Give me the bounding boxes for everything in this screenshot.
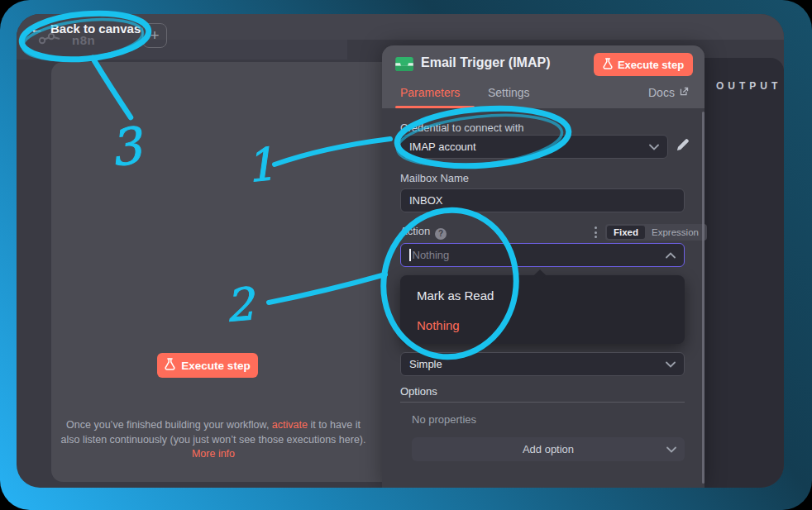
edit-credential-pencil-icon[interactable] — [676, 138, 690, 152]
active-tab-underline — [395, 106, 475, 108]
output-panel: OUTPUT — [705, 58, 784, 488]
text-cursor — [409, 249, 411, 261]
dropdown-option-nothing[interactable]: Nothing — [417, 318, 460, 332]
tab-settings[interactable]: Settings — [488, 86, 530, 99]
email-imap-node-icon — [395, 57, 413, 71]
add-option-label: Add option — [523, 443, 574, 455]
options-section-label: Options — [400, 385, 437, 398]
canvas-execute-step-label: Execute step — [181, 360, 250, 372]
action-label: Action? — [400, 225, 447, 240]
flask-icon — [165, 358, 175, 373]
node-settings-panel: Email Trigger (IMAP) Execute step Parame… — [382, 45, 705, 488]
chevron-down-icon — [666, 358, 676, 370]
help-icon[interactable]: ? — [435, 228, 447, 240]
action-dropdown-popup: Mark as Read Nothing — [400, 275, 685, 344]
app-window: n8n ← Back to canvas + Execute step Once… — [17, 14, 784, 488]
tab-parameters[interactable]: Parameters — [400, 86, 460, 99]
node-panel-header: Email Trigger (IMAP) Execute step Parame… — [382, 45, 705, 108]
execute-step-label: Execute step — [618, 59, 684, 71]
credential-value: IMAP account — [409, 141, 476, 153]
docs-link[interactable]: Docs — [648, 86, 690, 99]
fixed-expression-toggle: Fixed Expression — [605, 224, 707, 241]
node-title: Email Trigger (IMAP) — [421, 55, 550, 70]
output-panel-title: OUTPUT — [716, 80, 781, 92]
activation-hint: Once you’ve finished building your workf… — [55, 418, 371, 462]
chevron-up-icon — [666, 249, 676, 261]
action-row-controls: Fixed Expression — [593, 224, 707, 241]
mailbox-input[interactable]: INBOX — [400, 188, 685, 212]
format-value: Simple — [409, 358, 442, 370]
screenshot-root: n8n ← Back to canvas + Execute step Once… — [0, 0, 812, 510]
options-divider — [400, 402, 685, 403]
back-to-canvas-label: Back to canvas — [50, 21, 141, 36]
plus-icon: + — [150, 26, 159, 45]
mode-expression-button[interactable]: Expression — [645, 226, 705, 239]
kebab-menu-icon[interactable] — [593, 225, 599, 240]
credential-select[interactable]: IMAP account — [400, 135, 668, 159]
hint-text-3: also listen continuously (you just won’t… — [61, 434, 366, 446]
no-properties-text: No properties — [412, 413, 476, 426]
canvas-execute-step-button[interactable]: Execute step — [157, 353, 258, 378]
action-placeholder: Nothing — [413, 249, 450, 261]
credential-label: Credential to connect with — [400, 122, 524, 134]
back-arrow-icon: ← — [30, 21, 44, 36]
activate-link[interactable]: activate — [272, 419, 308, 431]
dropdown-option-mark-as-read[interactable]: Mark as Read — [417, 288, 494, 303]
chevron-down-icon — [649, 141, 659, 153]
flask-icon — [603, 58, 613, 72]
chevron-down-icon — [666, 443, 676, 455]
external-link-icon — [679, 86, 690, 99]
execute-step-button[interactable]: Execute step — [594, 53, 693, 76]
docs-label: Docs — [648, 86, 675, 99]
mode-fixed-button[interactable]: Fixed — [607, 226, 645, 239]
more-info-link[interactable]: More info — [192, 448, 235, 460]
action-select[interactable]: Nothing — [400, 243, 685, 267]
mailbox-label: Mailbox Name — [400, 172, 469, 184]
mailbox-value: INBOX — [409, 194, 442, 207]
back-to-canvas-button[interactable]: ← Back to canvas — [30, 21, 141, 36]
format-select[interactable]: Simple — [400, 352, 685, 376]
add-option-button[interactable]: Add option — [412, 437, 685, 461]
hint-text-1: Once you’ve finished building your workf… — [66, 419, 272, 431]
add-node-button[interactable]: + — [142, 23, 167, 48]
panel-scrollbar[interactable] — [702, 112, 705, 484]
hint-text-2: it to have it — [308, 419, 361, 431]
